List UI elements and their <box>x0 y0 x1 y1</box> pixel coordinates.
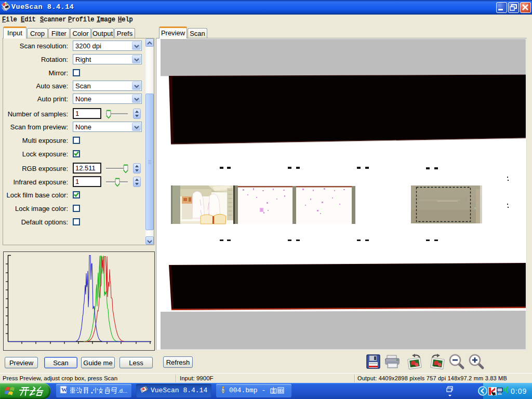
svg-text:.d...: .d... <box>118 388 127 394</box>
svg-text:W: W <box>61 387 67 393</box>
